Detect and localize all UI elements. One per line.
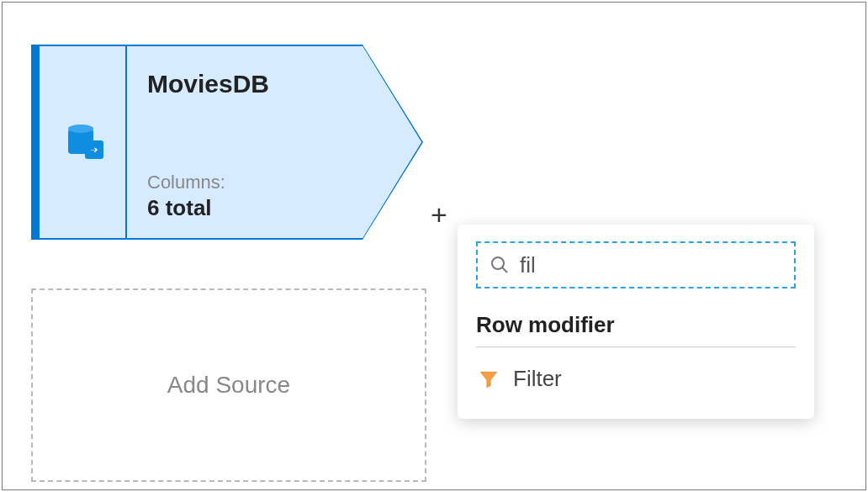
svg-point-2 [492,257,504,269]
columns-label: Columns: [147,172,342,193]
source-output-arrow [363,45,423,240]
source-node[interactable]: MoviesDB Columns: 6 total [31,45,423,240]
funnel-icon [478,368,500,390]
add-source-label: Add Source [167,372,290,399]
source-icon-box [45,45,127,240]
menu-item-label: Filter [513,366,562,392]
source-drag-handle[interactable] [31,45,40,240]
search-input[interactable] [520,252,782,278]
source-title: MoviesDB [147,70,342,98]
search-icon [490,255,510,275]
columns-value: 6 total [147,195,342,221]
add-transformation-button[interactable]: + [431,200,447,229]
plus-icon: + [431,198,447,230]
database-icon [68,125,102,159]
add-source-placeholder[interactable]: Add Source [31,288,426,482]
menu-item-filter[interactable]: Filter [476,362,796,395]
transformation-popover: Row modifier Filter [458,225,814,419]
category-header: Row modifier [476,312,796,347]
dataflow-canvas[interactable]: MoviesDB Columns: 6 total + Add Source [3,3,865,489]
source-body: MoviesDB Columns: 6 total [127,45,363,240]
svg-marker-1 [363,46,421,238]
svg-line-3 [502,267,507,272]
search-box[interactable] [476,241,796,288]
